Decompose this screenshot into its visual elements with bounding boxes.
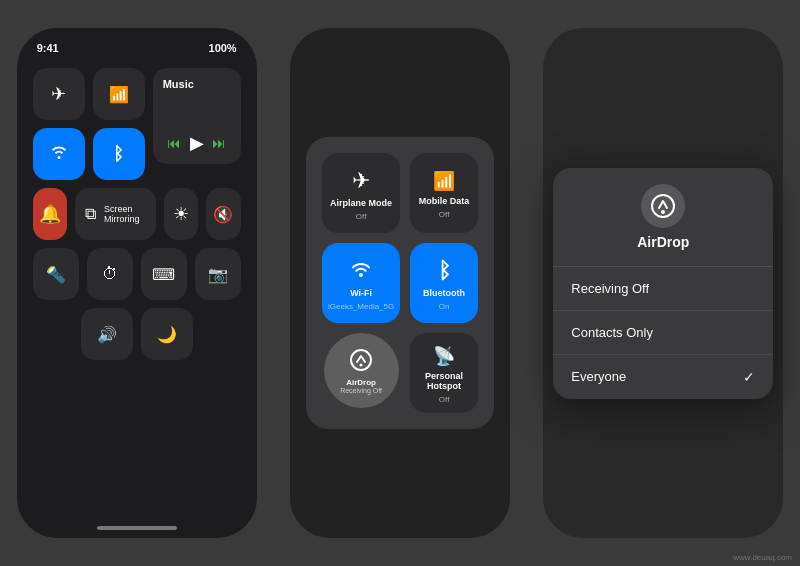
camera-icon: 📷 [208,265,228,284]
sound-tile[interactable]: 🔊 [81,308,133,360]
exp-bt-label: Bluetooth [423,288,465,298]
airdrop-popup: AirDrop Receiving Off Contacts Only Ever… [553,168,773,399]
alarm-icon: 🔔 [39,203,61,225]
exp-hotspot-icon: 📡 [433,345,455,367]
music-controls: ⏮ ▶ ⏭ [163,132,231,154]
cellular-icon: 📶 [109,85,129,104]
sleep-icon: 🌙 [157,325,177,344]
cc-row-2: 🔔 ⧉ ScreenMirroring ☀ 🔇 [33,188,241,240]
exp-hotspot-label: Personal Hotspot [416,371,472,391]
exp-hotspot-sub: Off [439,395,450,404]
exp-airplane-tile[interactable]: ✈ Airplane Mode Off [322,153,400,233]
bluetooth-icon: ᛒ [113,144,124,165]
camera-tile[interactable]: 📷 [195,248,241,300]
home-indicator [97,526,177,530]
top-row: ✈ 📶 [33,68,145,120]
airdrop-option-label-0: Receiving Off [571,281,649,296]
exp-mobile-sub: Off [439,210,450,219]
sleep-tile[interactable]: 🌙 [141,308,193,360]
music-title: Music [163,78,231,90]
sound-icon: 🔊 [97,325,117,344]
play-icon[interactable]: ▶ [190,132,204,154]
airdrop-header: AirDrop [553,168,773,267]
cellular-tile[interactable]: 📶 [93,68,145,120]
exp-airdrop-label: AirDrop [346,378,376,387]
panel-control-center: 9:41 100% ✈ 📶 [17,28,257,538]
check-icon: ✓ [743,369,755,385]
prev-icon[interactable]: ⏮ [167,135,181,151]
exp-bt-sub: On [439,302,450,311]
flashlight-tile[interactable]: 🔦 [33,248,79,300]
svg-point-4 [661,210,665,214]
airdrop-icon-circle [641,184,685,228]
exp-airdrop-icon [349,348,373,378]
airdrop-popup-title: AirDrop [637,234,689,250]
wifi-tile[interactable] [33,128,85,180]
exp-airplane-label: Airplane Mode [330,198,392,208]
status-bar: 9:41 100% [17,42,257,54]
wifi-icon [48,144,70,165]
exp-mobile-label: Mobile Data [419,196,470,206]
airdrop-option-receiving-off[interactable]: Receiving Off [553,267,773,311]
mute-tile[interactable]: 🔇 [206,188,240,240]
flashlight-icon: 🔦 [46,265,66,284]
status-battery: 100% [209,42,237,54]
watermark: www.deuaq.com [733,553,792,562]
brightness-tile[interactable]: ☀ [164,188,198,240]
screen-mirror-label: ScreenMirroring [104,204,140,224]
svg-point-2 [360,363,363,366]
music-tile[interactable]: Music ⏮ ▶ ⏭ [153,68,241,164]
airdrop-option-everyone[interactable]: Everyone ✓ [553,355,773,399]
cc-row-1: ✈ 📶 ᛒ [33,68,241,180]
cc-row-3: 🔦 ⏱ ⌨ 📷 [33,248,241,300]
exp-hotspot-tile[interactable]: 📡 Personal Hotspot Off [410,333,478,413]
airdrop-option-label-2: Everyone [571,369,626,384]
timer-icon: ⏱ [102,265,118,283]
panel-airdrop-menu: AirDrop Receiving Off Contacts Only Ever… [543,28,783,538]
timer-tile[interactable]: ⏱ [87,248,133,300]
exp-wifi-sub: iGeeks_Media_5G [328,302,394,311]
screen-mirroring-tile[interactable]: ⧉ ScreenMirroring [75,188,156,240]
exp-airdrop-sub: Receiving Off [340,387,382,394]
airplane-icon: ✈ [51,83,66,105]
svg-point-1 [351,350,371,370]
calculator-icon: ⌨ [152,265,175,284]
bottom-row: ᛒ [33,128,145,180]
brightness-icon: ☀ [173,203,189,225]
airplane-tile[interactable]: ✈ [33,68,85,120]
status-time: 9:41 [37,42,59,54]
exp-airdrop-tile[interactable]: AirDrop Receiving Off [324,333,399,408]
airdrop-option-label-1: Contacts Only [571,325,653,340]
calculator-tile[interactable]: ⌨ [141,248,187,300]
exp-bt-tile[interactable]: ᛒ Bluetooth On [410,243,478,323]
exp-mobile-icon: 📶 [433,170,455,192]
alarm-tile[interactable]: 🔔 [33,188,67,240]
next-icon[interactable]: ⏭ [212,135,226,151]
bluetooth-tile[interactable]: ᛒ [93,128,145,180]
exp-wifi-icon [350,258,372,284]
exp-airplane-sub: Off [356,212,367,221]
connectivity-block: ✈ 📶 ᛒ [33,68,145,180]
cc-grid: ✈ 📶 ᛒ [33,68,241,360]
exp-airplane-icon: ✈ [352,168,370,194]
exp-bt-icon: ᛒ [438,258,451,284]
airdrop-option-contacts-only[interactable]: Contacts Only [553,311,773,355]
panel-expanded-cc: ✈ Airplane Mode Off 📶 Mobile Data Off Wi… [290,28,510,538]
exp-mobile-tile[interactable]: 📶 Mobile Data Off [410,153,478,233]
expanded-grid: ✈ Airplane Mode Off 📶 Mobile Data Off Wi… [306,137,494,429]
mute-icon: 🔇 [213,205,233,224]
cc-row-4: 🔊 🌙 [33,308,241,360]
exp-wifi-label: Wi-Fi [350,288,372,298]
exp-wifi-tile[interactable]: Wi-Fi iGeeks_Media_5G [322,243,400,323]
svg-point-0 [359,273,363,277]
screen-mirror-icon: ⧉ [85,205,96,223]
